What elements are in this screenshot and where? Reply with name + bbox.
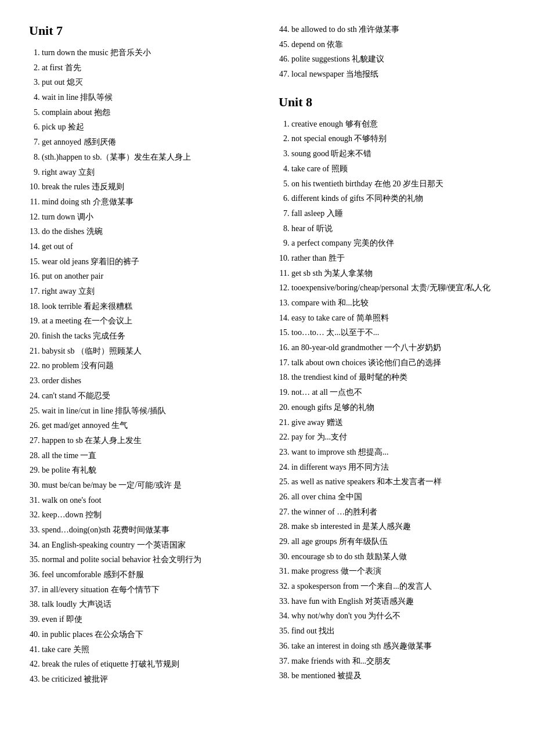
- list-item: not… at all 一点也不: [291, 386, 505, 399]
- list-item: all age groups 所有年级队伍: [291, 535, 505, 548]
- list-item: the trendiest kind of 最时髦的种类: [291, 371, 505, 384]
- list-item: an English-speaking country 一个英语国家: [42, 539, 255, 552]
- list-item: feel uncomforable 感到不舒服: [42, 568, 255, 581]
- list-item: easy to take care of 简单照料: [291, 312, 505, 325]
- list-item: at a meeting 在一个会议上: [42, 315, 255, 327]
- unit8-section: Unit 8 creative enough 够有创意not special e…: [279, 95, 505, 682]
- list-item: get annoyed 感到厌倦: [42, 136, 255, 149]
- unit7-section: Unit 7 turn down the music 把音乐关小at first…: [29, 23, 255, 686]
- list-item: a spokesperson from 一个来自...的发言人: [291, 580, 505, 593]
- list-item: normal and polite social behavior 社会文明行为: [42, 553, 255, 566]
- list-item: talk about own choices 谈论他们自己的选择: [291, 357, 505, 369]
- list-item: get mad/get annoyed 生气: [42, 419, 255, 432]
- list-item: must be/can be/may be 一定/可能/或许 是: [42, 479, 255, 492]
- list-item: break the rules 违反规则: [42, 181, 255, 193]
- list-item: why not/why don't you 为什么不: [291, 610, 505, 622]
- list-item: be mentioned 被提及: [291, 669, 505, 682]
- list-item: put out 熄灭: [42, 76, 255, 89]
- list-item: at first 首先: [42, 62, 255, 74]
- list-item: take an interest in doing sth 感兴趣做某事: [291, 640, 505, 653]
- list-item: do the dishes 洗碗: [42, 225, 255, 238]
- list-item: make progress 做一个表演: [291, 565, 505, 578]
- list-item: walk on one's foot: [42, 494, 255, 507]
- list-item: complain about 抱怨: [42, 106, 255, 119]
- list-item: fall asleep 入睡: [291, 207, 505, 220]
- list-item: take care 关照: [42, 643, 255, 656]
- list-item: finish the tacks 完成任务: [42, 330, 255, 343]
- list-item: spend…doing(on)sth 花费时间做某事: [42, 524, 255, 537]
- list-item: wait in line/cut in line 排队等候/插队: [42, 405, 255, 417]
- list-item: break the rules of etiquette 打破礼节规则: [42, 658, 255, 671]
- list-item: can't stand 不能忍受: [42, 390, 255, 402]
- list-item: look terrible 看起来很糟糕: [42, 300, 255, 313]
- list-item: as well as native speakers 和本土发言者一样: [291, 476, 505, 488]
- list-item: turn down the music 把音乐关小: [42, 46, 255, 59]
- list-item: no problem 没有问题: [42, 359, 255, 372]
- list-item: wait in line 排队等候: [42, 91, 255, 104]
- list-item: different kinds of gifts 不同种类的礼物: [291, 192, 505, 205]
- unit7-title: Unit 7: [29, 23, 255, 38]
- list-item: depend on 依靠: [291, 38, 505, 51]
- list-item: the winner of …的胜利者: [291, 506, 505, 519]
- list-item: take care of 照顾: [291, 163, 505, 175]
- list-item: get out of: [42, 240, 255, 253]
- unit8-list: creative enough 够有创意not special enough 不…: [279, 118, 505, 682]
- list-item: hear of 听说: [291, 222, 505, 235]
- list-item: happen to sb 在某人身上发生: [42, 434, 255, 447]
- list-item: mind doing sth 介意做某事: [42, 196, 255, 208]
- list-item: even if 即使: [42, 613, 255, 626]
- list-item: in public places 在公众场合下: [42, 628, 255, 641]
- list-item: enough gifts 足够的礼物: [291, 401, 505, 414]
- list-item: babysit sb （临时）照顾某人: [42, 345, 255, 358]
- list-item: an 80-year-old grandmother 一个八十岁奶奶: [291, 341, 505, 354]
- list-item: talk loudly 大声说话: [42, 598, 255, 611]
- list-item: put on another pair: [42, 270, 255, 283]
- list-item: all the time 一直: [42, 449, 255, 462]
- list-item: local newspaper 当地报纸: [291, 68, 505, 81]
- page-layout: Unit 7 turn down the music 把音乐关小at first…: [29, 23, 505, 700]
- list-item: want to improve sth 想提高...: [291, 446, 505, 459]
- list-item: be criticized 被批评: [42, 673, 255, 686]
- list-item: get sb sth 为某人拿某物: [291, 267, 505, 280]
- list-item: rather than 胜于: [291, 252, 505, 265]
- list-item: give away 赠送: [291, 416, 505, 429]
- list-item: compare with 和...比较: [291, 297, 505, 309]
- list-item: keep…down 控制: [42, 509, 255, 521]
- list-item: on his twentieth birthday 在他 20 岁生日那天: [291, 178, 505, 190]
- list-item: make friends with 和...交朋友: [291, 655, 505, 668]
- list-item: too…to… 太...以至于不...: [291, 326, 505, 339]
- list-item: soung good 听起来不错: [291, 147, 505, 160]
- list-item: have fun with English 对英语感兴趣: [291, 595, 505, 608]
- list-item: turn down 调小: [42, 211, 255, 224]
- list-item: pick up 捡起: [42, 121, 255, 134]
- list-item: tooexpensive/boring/cheap/personal 太贵/无聊…: [291, 282, 505, 294]
- right-column: be allowed to do sth 准许做某事depend on 依靠po…: [279, 23, 505, 700]
- unit8-title: Unit 8: [279, 95, 505, 110]
- unit7-list: turn down the music 把音乐关小at first 首先put …: [29, 46, 255, 686]
- unit7-extra-section: be allowed to do sth 准许做某事depend on 依靠po…: [279, 23, 505, 81]
- list-item: right away 立刻: [42, 285, 255, 298]
- list-item: make sb interested in 是某人感兴趣: [291, 520, 505, 533]
- list-item: creative enough 够有创意: [291, 118, 505, 131]
- list-item: find out 找出: [291, 625, 505, 638]
- unit7-extra-list: be allowed to do sth 准许做某事depend on 依靠po…: [279, 23, 505, 81]
- list-item: right away 立刻: [42, 166, 255, 179]
- list-item: wear old jeans 穿着旧的裤子: [42, 255, 255, 268]
- list-item: (sth.)happen to sb.（某事）发生在某人身上: [42, 151, 255, 164]
- list-item: encourage sb to do sth 鼓励某人做: [291, 550, 505, 563]
- list-item: in all/every situation 在每个情节下: [42, 584, 255, 596]
- list-item: polite suggestions 礼貌建议: [291, 53, 505, 66]
- list-item: be polite 有礼貌: [42, 464, 255, 477]
- list-item: be allowed to do sth 准许做某事: [291, 23, 505, 36]
- list-item: all over china 全中国: [291, 491, 505, 503]
- list-item: a perfect company 完美的伙伴: [291, 237, 505, 250]
- list-item: in different ways 用不同方法: [291, 461, 505, 474]
- list-item: order dishes: [42, 375, 255, 387]
- left-column: Unit 7 turn down the music 把音乐关小at first…: [29, 23, 255, 700]
- list-item: not special enough 不够特别: [291, 132, 505, 145]
- list-item: pay for 为...支付: [291, 431, 505, 444]
